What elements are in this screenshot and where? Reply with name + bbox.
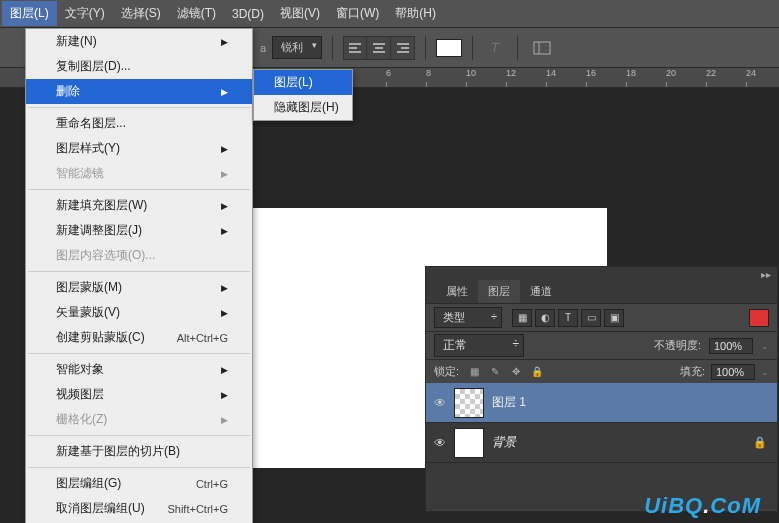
submenu-arrow-icon: ▶ [221, 365, 228, 375]
menu-item[interactable]: 新建调整图层(J)▶ [26, 218, 252, 243]
submenu-arrow-icon: ▶ [221, 308, 228, 318]
menu-滤镜(T)[interactable]: 滤镜(T) [169, 1, 224, 26]
tab-属性[interactable]: 属性 [436, 280, 478, 303]
chevron-down-icon[interactable]: ⌄ [761, 341, 769, 351]
lock-position-icon[interactable]: ✥ [507, 364, 525, 380]
filter-shape-icon[interactable]: ▭ [581, 309, 601, 327]
ruler-tick: 8 [426, 68, 431, 78]
menu-item-label: 复制图层(D)... [56, 58, 131, 75]
filter-kind-dropdown[interactable]: 类型 [434, 307, 502, 328]
tab-通道[interactable]: 通道 [520, 280, 562, 303]
submenu-arrow-icon: ▶ [221, 169, 228, 179]
ruler-tick: 18 [626, 68, 636, 78]
panels-toggle-button[interactable] [528, 36, 556, 60]
submenu-item[interactable]: 隐藏图层(H) [254, 95, 352, 120]
menu-item-label: 图层样式(Y) [56, 140, 120, 157]
filter-pixel-icon[interactable]: ▦ [512, 309, 532, 327]
ruler-tick: 10 [466, 68, 476, 78]
menu-item[interactable]: 删除▶ [26, 79, 252, 104]
submenu-arrow-icon: ▶ [221, 201, 228, 211]
layer-name[interactable]: 图层 1 [492, 394, 777, 411]
panel-tabs: 属性图层通道 [426, 281, 777, 303]
layer-row[interactable]: 👁背景🔒 [426, 423, 777, 463]
blend-opacity-row: 正常 不透明度: 100% ⌄ [426, 331, 777, 359]
watermark: UiBQ.CoM [644, 493, 761, 519]
align-center-button[interactable] [367, 36, 391, 60]
submenu-arrow-icon: ▶ [221, 37, 228, 47]
submenu-arrow-icon: ▶ [221, 87, 228, 97]
menu-视图(V)[interactable]: 视图(V) [272, 1, 328, 26]
color-swatch[interactable] [436, 39, 462, 57]
menu-item[interactable]: 图层蒙版(M)▶ [26, 275, 252, 300]
visibility-eye-icon[interactable]: 👁 [434, 436, 446, 450]
opacity-input[interactable]: 100% [709, 338, 753, 354]
ruler-tick: 16 [586, 68, 596, 78]
aa-label: a [260, 42, 266, 54]
lock-label: 锁定: [434, 364, 459, 379]
align-left-button[interactable] [343, 36, 367, 60]
menu-item[interactable]: 矢量蒙版(V)▶ [26, 300, 252, 325]
lock-image-icon[interactable]: ✎ [486, 364, 504, 380]
lock-icon: 🔒 [753, 436, 767, 449]
warp-text-button[interactable]: 𝘛 [483, 36, 507, 60]
menu-item-label: 删除 [56, 83, 80, 100]
lock-all-icon[interactable]: 🔒 [528, 364, 546, 380]
menu-帮助(H)[interactable]: 帮助(H) [387, 1, 444, 26]
menu-item[interactable]: 智能对象▶ [26, 357, 252, 382]
visibility-eye-icon[interactable]: 👁 [434, 396, 446, 410]
menu-item-label: 图层编组(G) [56, 475, 121, 492]
layer-filter-row: 类型 ▦ ◐ T ▭ ▣ [426, 303, 777, 331]
filter-adjust-icon[interactable]: ◐ [535, 309, 555, 327]
align-right-button[interactable] [391, 36, 415, 60]
menu-item[interactable]: 图层编组(G)Ctrl+G [26, 471, 252, 496]
layer-thumbnail[interactable] [454, 388, 484, 418]
menu-选择(S)[interactable]: 选择(S) [113, 1, 169, 26]
delete-submenu: 图层(L)隐藏图层(H) [253, 69, 353, 121]
layer-row[interactable]: 👁图层 1 [426, 383, 777, 423]
blend-mode-dropdown[interactable]: 正常 [434, 334, 524, 357]
menu-item[interactable]: 新建(N)▶ [26, 29, 252, 54]
filter-smart-icon[interactable]: ▣ [604, 309, 624, 327]
layer-thumbnail[interactable] [454, 428, 484, 458]
menu-文字(Y)[interactable]: 文字(Y) [57, 1, 113, 26]
menu-item[interactable]: 创建剪贴蒙版(C)Alt+Ctrl+G [26, 325, 252, 350]
menu-separator [28, 467, 250, 468]
antialias-dropdown[interactable]: 锐利 [272, 36, 322, 59]
separator [472, 36, 473, 60]
fill-label: 填充: [680, 364, 705, 379]
fill-input[interactable]: 100% [711, 364, 755, 380]
panel-collapse-bar[interactable]: ▸▸ [426, 267, 777, 281]
lock-transparency-icon[interactable]: ▦ [465, 364, 483, 380]
ruler-tick: 20 [666, 68, 676, 78]
submenu-item[interactable]: 图层(L) [254, 70, 352, 95]
menu-item: 智能滤镜▶ [26, 161, 252, 186]
menu-item[interactable]: 复制图层(D)... [26, 54, 252, 79]
menu-separator [28, 189, 250, 190]
menu-item[interactable]: 新建填充图层(W)▶ [26, 193, 252, 218]
menu-item[interactable]: 视频图层▶ [26, 382, 252, 407]
filter-toggle[interactable] [749, 309, 769, 327]
separator [425, 36, 426, 60]
menu-3D(D)[interactable]: 3D(D) [224, 3, 272, 25]
menu-item[interactable]: 新建基于图层的切片(B) [26, 439, 252, 464]
layer-list: 👁图层 1👁背景🔒 [426, 383, 777, 463]
menu-item-label: 新建调整图层(J) [56, 222, 142, 239]
menu-item: 图层内容选项(O)... [26, 243, 252, 268]
menu-图层(L)[interactable]: 图层(L) [2, 1, 57, 26]
filter-type-icon[interactable]: T [558, 309, 578, 327]
tab-图层[interactable]: 图层 [478, 280, 520, 303]
menu-item[interactable]: 取消图层编组(U)Shift+Ctrl+G [26, 496, 252, 521]
layer-name[interactable]: 背景 [492, 434, 753, 451]
menu-item-label: 智能滤镜 [56, 165, 104, 182]
submenu-arrow-icon: ▶ [221, 415, 228, 425]
menu-item[interactable]: 图层样式(Y)▶ [26, 136, 252, 161]
ruler-tick: 24 [746, 68, 756, 78]
menu-item-label: 新建基于图层的切片(B) [56, 443, 180, 460]
separator [332, 36, 333, 60]
menu-item-label: 栅格化(Z) [56, 411, 107, 428]
menu-item[interactable]: 重命名图层... [26, 111, 252, 136]
chevron-down-icon[interactable]: ⌄ [761, 367, 769, 377]
menu-窗口(W)[interactable]: 窗口(W) [328, 1, 387, 26]
menu-item-label: 新建(N) [56, 33, 97, 50]
opacity-label: 不透明度: [654, 338, 701, 353]
